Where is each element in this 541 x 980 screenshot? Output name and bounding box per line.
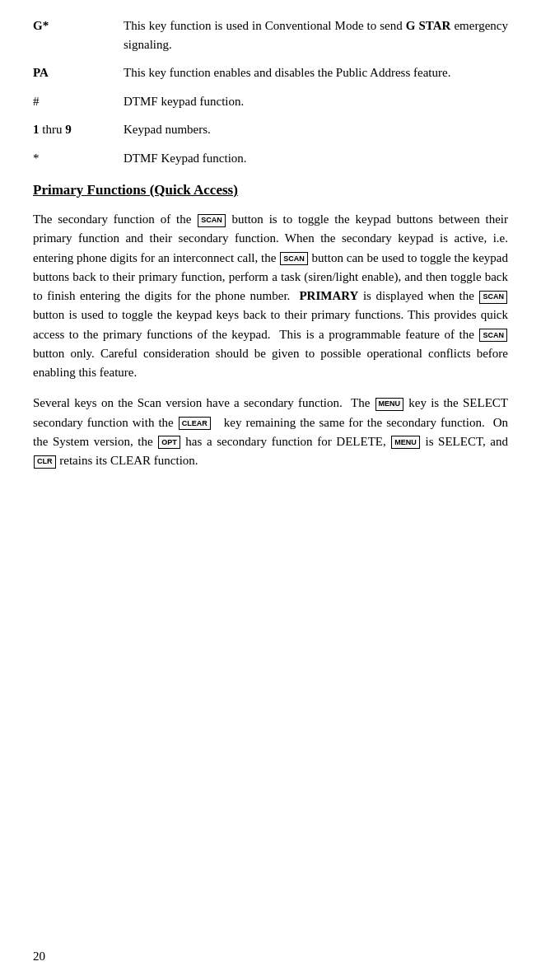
opt-key-1: OPT [158,436,180,449]
scan-key-3: SCAN [479,291,507,304]
key-term-hash-label: # [33,92,124,111]
key-term-gstar-label: G* [33,16,124,54]
key-term-star-desc: DTMF Keypad function. [124,149,508,168]
clr-key-1: CLR [34,455,56,469]
key-term-row-gstar: G* This key function is used in Conventi… [33,16,508,54]
key-term-hash-desc: DTMF keypad function. [124,92,508,111]
key-term-1thru9-label: 1 thru 9 [33,120,124,139]
key-term-1thru9-desc: Keypad numbers. [124,120,508,139]
page-content: G* This key function is used in Conventi… [33,16,508,470]
scan-key-1: SCAN [198,214,226,227]
clear-key-1: CLEAR [179,417,211,430]
paragraph-1: The secondary function of the SCAN butto… [33,210,508,382]
menu-key-2: MENU [391,436,420,449]
key-term-row-pa: PA This key function enables and disable… [33,63,508,82]
key-term-gstar-desc: This key function is used in Conventiona… [124,16,508,54]
key-terms-section: G* This key function is used in Conventi… [33,16,508,167]
paragraph-2: Several keys on the Scan version have a … [33,394,508,470]
key-term-row-1thru9: 1 thru 9 Keypad numbers. [33,120,508,139]
menu-key-1: MENU [375,398,404,411]
key-term-row-star: * DTMF Keypad function. [33,149,508,168]
scan-key-4: SCAN [479,329,507,342]
key-term-row-hash: # DTMF keypad function. [33,92,508,111]
key-term-star-label: * [33,149,124,168]
section-heading-primary-functions: Primary Functions (Quick Access) [33,182,508,198]
key-term-pa-label: PA [33,63,124,82]
key-term-pa-desc: This key function enables and disables t… [124,63,508,82]
scan-key-2: SCAN [280,252,308,265]
page-number: 20 [33,950,45,964]
